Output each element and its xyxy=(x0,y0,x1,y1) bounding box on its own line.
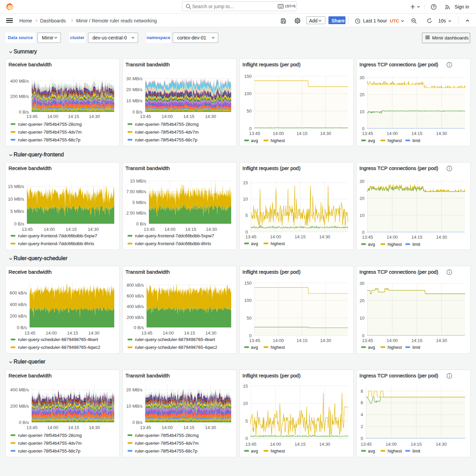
svg-text:avg: avg xyxy=(251,448,258,454)
svg-text:200 MB/s: 200 MB/s xyxy=(10,94,29,99)
svg-text:0: 0 xyxy=(245,230,248,235)
svg-text:14:00: 14:00 xyxy=(387,235,398,240)
svg-text:limit: limit xyxy=(412,138,420,143)
svg-text:Ingress TCP connections (per p: Ingress TCP connections (per pod) xyxy=(359,165,438,171)
svg-text:13:45: 13:45 xyxy=(144,227,155,232)
svg-text:20: 20 xyxy=(360,92,364,97)
svg-text:highest: highest xyxy=(271,241,285,246)
svg-text:14:30: 14:30 xyxy=(205,425,216,430)
svg-text:0: 0 xyxy=(362,333,364,338)
svg-text:10: 10 xyxy=(360,109,364,114)
svg-text:14:00: 14:00 xyxy=(270,234,281,239)
svg-text:400 MB/s: 400 MB/s xyxy=(10,387,29,392)
svg-text:0: 0 xyxy=(249,333,252,338)
svg-text:avg: avg xyxy=(251,345,258,350)
svg-text:4: 4 xyxy=(361,412,363,417)
svg-text:13:45: 13:45 xyxy=(245,442,257,447)
svg-text:5: 5 xyxy=(245,213,248,218)
svg-text:14:00: 14:00 xyxy=(46,330,57,336)
svg-text:highest: highest xyxy=(388,138,402,143)
svg-text:2: 2 xyxy=(361,424,363,429)
svg-text:14:15: 14:15 xyxy=(411,442,422,447)
svg-text:Receive bandwidth: Receive bandwidth xyxy=(8,62,52,67)
svg-text:14:30: 14:30 xyxy=(436,338,447,343)
svg-text:10 MB/s: 10 MB/s xyxy=(8,197,24,202)
svg-text:highest: highest xyxy=(271,138,285,143)
svg-text:13:45: 13:45 xyxy=(249,131,260,136)
svg-text:avg: avg xyxy=(251,241,258,246)
svg-text:13:45: 13:45 xyxy=(27,425,38,430)
svg-text:Inflight requests (per pod): Inflight requests (per pod) xyxy=(242,165,301,171)
svg-text:5 MB/s: 5 MB/s xyxy=(11,209,24,214)
svg-text:14:30: 14:30 xyxy=(88,227,99,232)
svg-text:ruler-querier-78f54b4755-28cmg: ruler-querier-78f54b4755-28cmg xyxy=(135,122,199,127)
svg-text:14:30: 14:30 xyxy=(436,131,447,136)
svg-text:14:30: 14:30 xyxy=(205,330,217,336)
svg-text:14:15: 14:15 xyxy=(294,442,306,447)
svg-text:ruler-query-scheduler-68794987: ruler-query-scheduler-6879498765-4qwc2 xyxy=(18,345,100,350)
svg-text:ruler-querier-78f54b4755-68c7p: ruler-querier-78f54b4755-68c7p xyxy=(135,448,198,454)
svg-text:200 kB/s: 200 kB/s xyxy=(10,313,27,319)
svg-text:highest: highest xyxy=(388,345,402,350)
svg-text:highest: highest xyxy=(271,448,285,454)
svg-text:0: 0 xyxy=(362,126,364,131)
svg-text:0 B/s: 0 B/s xyxy=(132,420,142,425)
svg-text:20 MB/s: 20 MB/s xyxy=(126,387,142,392)
svg-text:14:15: 14:15 xyxy=(296,338,308,343)
svg-text:ruler-query-frontend-7ddc66bdb: ruler-query-frontend-7ddc66bdbb-5xpw7 xyxy=(135,233,214,238)
svg-text:15: 15 xyxy=(243,384,248,389)
svg-text:14:15: 14:15 xyxy=(67,330,78,336)
svg-text:15: 15 xyxy=(243,180,248,185)
svg-text:14:30: 14:30 xyxy=(436,442,447,447)
svg-text:avg: avg xyxy=(368,242,375,247)
svg-text:13:45: 13:45 xyxy=(361,442,372,447)
svg-text:ruler-querier-78f54b4755-68c7p: ruler-querier-78f54b4755-68c7p xyxy=(18,137,81,142)
svg-text:50: 50 xyxy=(247,316,252,321)
svg-text:0 B/s: 0 B/s xyxy=(136,221,146,226)
svg-text:14:15: 14:15 xyxy=(184,330,195,336)
svg-text:15 MB/s: 15 MB/s xyxy=(8,184,24,189)
svg-text:14:30: 14:30 xyxy=(319,234,330,239)
svg-text:100: 100 xyxy=(244,298,252,303)
svg-text:14:30: 14:30 xyxy=(320,338,331,343)
svg-text:limit: limit xyxy=(412,242,420,247)
svg-text:?: ? xyxy=(432,5,435,9)
svg-text:Ingress TCP connections (per p: Ingress TCP connections (per pod) xyxy=(359,62,438,67)
svg-text:14:00: 14:00 xyxy=(47,425,58,430)
svg-text:14:00: 14:00 xyxy=(162,114,173,119)
svg-text:800 kB/s: 800 kB/s xyxy=(126,283,144,288)
svg-text:2.50 MB/s: 2.50 MB/s xyxy=(126,210,146,216)
svg-text:14:00: 14:00 xyxy=(386,442,397,447)
svg-text:5: 5 xyxy=(245,419,248,424)
svg-text:14:30: 14:30 xyxy=(89,425,100,430)
svg-text:14:15: 14:15 xyxy=(183,114,194,119)
svg-text:avg: avg xyxy=(251,138,258,143)
svg-text:14:15: 14:15 xyxy=(411,338,423,343)
svg-text:14:00: 14:00 xyxy=(162,425,173,430)
svg-text:14:15: 14:15 xyxy=(185,227,197,232)
svg-text:13:45: 13:45 xyxy=(362,338,373,343)
svg-text:14:30: 14:30 xyxy=(319,442,330,447)
svg-text:0 B/s: 0 B/s xyxy=(134,325,144,330)
svg-text:14:15: 14:15 xyxy=(411,131,423,136)
svg-text:Transmit bandwidth: Transmit bandwidth xyxy=(125,62,170,67)
svg-text:150: 150 xyxy=(244,74,252,79)
svg-text:30: 30 xyxy=(360,75,364,80)
svg-text:30: 30 xyxy=(360,281,364,286)
svg-text:ruler-querier-78f54b4755-4dv7m: ruler-querier-78f54b4755-4dv7m xyxy=(18,130,82,135)
svg-text:30: 30 xyxy=(360,179,364,184)
svg-text:Ingress TCP connections (per p: Ingress TCP connections (per pod) xyxy=(359,373,438,378)
svg-text:ruler-query-scheduler-68794987: ruler-query-scheduler-6879498765-4kwrt xyxy=(18,337,98,342)
svg-text:13:45: 13:45 xyxy=(140,425,151,430)
svg-text:0: 0 xyxy=(245,436,248,441)
svg-text:Inflight requests (per pod): Inflight requests (per pod) xyxy=(242,62,301,67)
svg-text:Receive bandwidth: Receive bandwidth xyxy=(8,269,52,275)
svg-text:0 B/s: 0 B/s xyxy=(19,420,29,425)
svg-text:0: 0 xyxy=(249,126,252,131)
svg-text:20: 20 xyxy=(360,298,364,303)
svg-text:ruler-query-frontend-7ddc66bdb: ruler-query-frontend-7ddc66bdbb-8hrts xyxy=(135,241,211,246)
svg-text:Ingress TCP connections (per p: Ingress TCP connections (per pod) xyxy=(359,269,438,275)
svg-text:Transmit bandwidth: Transmit bandwidth xyxy=(125,373,170,378)
svg-text:highest: highest xyxy=(271,345,285,350)
svg-text:14:00: 14:00 xyxy=(165,227,176,232)
